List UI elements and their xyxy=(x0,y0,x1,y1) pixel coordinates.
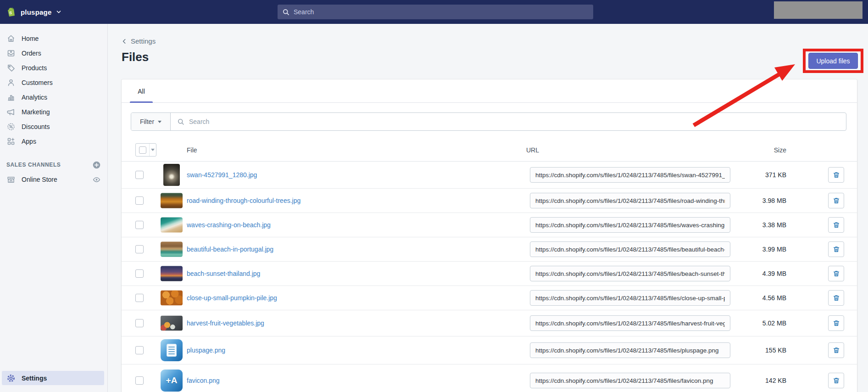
file-link[interactable]: harvest-fruit-vegetables.jpg xyxy=(187,319,264,327)
delete-file-button[interactable] xyxy=(828,167,844,183)
files-search-input[interactable] xyxy=(189,118,840,125)
file-size: 142 KB xyxy=(713,377,786,384)
breadcrumb[interactable]: Settings xyxy=(121,37,156,45)
row-checkbox[interactable] xyxy=(135,245,144,253)
table-row: waves-crashing-on-beach.jpg 3.38 MB xyxy=(122,213,857,237)
tab-all[interactable]: All xyxy=(130,79,153,103)
row-checkbox[interactable] xyxy=(135,196,144,205)
sales-channels-heading: SALES CHANNELS xyxy=(6,162,92,168)
orders-icon xyxy=(6,49,16,58)
sidebar-item-label: Orders xyxy=(22,50,41,57)
gear-icon xyxy=(6,374,16,383)
table-row: swan-4527991_1280.jpg 371 KB xyxy=(122,162,857,189)
delete-file-button[interactable] xyxy=(828,266,844,281)
file-url-input[interactable] xyxy=(530,193,730,208)
file-url-input[interactable] xyxy=(530,342,730,358)
row-checkbox[interactable] xyxy=(135,319,144,327)
file-url-input[interactable] xyxy=(530,315,730,331)
toolbar-search xyxy=(171,113,846,130)
store-switcher[interactable]: S pluspage xyxy=(6,0,62,24)
file-link[interactable]: pluspage.png xyxy=(187,347,225,354)
view-store-eye-button[interactable] xyxy=(92,175,101,184)
trash-icon xyxy=(832,196,840,205)
table-row: +A favicon.png 142 KB xyxy=(122,364,857,392)
file-url-input[interactable] xyxy=(530,290,730,306)
file-url-input[interactable] xyxy=(530,167,730,183)
delete-file-button[interactable] xyxy=(828,193,844,208)
settings-label: Settings xyxy=(22,375,47,382)
online-store-label: Online Store xyxy=(22,176,86,183)
trash-icon xyxy=(832,245,840,253)
delete-file-button[interactable] xyxy=(828,315,844,331)
sidebar-nav: Home Orders Products Customers Analytics… xyxy=(0,24,107,149)
table-header: File URL Size xyxy=(122,131,857,162)
row-checkbox[interactable] xyxy=(135,221,144,229)
file-thumbnail xyxy=(161,266,183,281)
sidebar-item-analytics[interactable]: Analytics xyxy=(0,90,107,105)
file-size: 3.98 MB xyxy=(713,197,786,204)
caret-down-icon xyxy=(158,121,161,123)
apps-icon xyxy=(6,137,16,146)
row-checkbox[interactable] xyxy=(135,376,144,385)
file-thumbnail xyxy=(163,164,180,186)
shopify-logo: S xyxy=(6,6,17,17)
table-row: beautiful-beach-in-portugal.jpg 3.99 MB xyxy=(122,237,857,262)
file-link[interactable]: road-winding-through-colourful-trees.jpg xyxy=(187,197,300,204)
file-size: 3.99 MB xyxy=(713,246,786,253)
storefront-icon xyxy=(6,175,16,184)
row-checkbox[interactable] xyxy=(135,294,144,302)
delete-file-button[interactable] xyxy=(828,290,844,306)
filter-label: Filter xyxy=(140,118,154,125)
row-checkbox[interactable] xyxy=(135,346,144,354)
sidebar-item-home[interactable]: Home xyxy=(0,31,107,46)
table-row: road-winding-through-colourful-trees.jpg… xyxy=(122,189,857,213)
file-thumbnail xyxy=(161,339,183,361)
sidebar-item-settings[interactable]: Settings xyxy=(2,371,104,385)
delete-file-button[interactable] xyxy=(828,373,844,388)
topbar: S pluspage xyxy=(0,0,868,24)
file-thumbnail xyxy=(161,193,183,208)
home-icon xyxy=(6,34,16,43)
file-link[interactable]: waves-crashing-on-beach.jpg xyxy=(187,221,271,229)
file-url-input[interactable] xyxy=(530,373,730,388)
file-link[interactable]: close-up-small-pumpkin-pile.jpg xyxy=(187,294,277,302)
file-url-input[interactable] xyxy=(530,241,730,257)
filter-button[interactable]: Filter xyxy=(131,113,171,130)
file-size: 4.39 MB xyxy=(713,270,786,277)
favicon-glyph: +A xyxy=(166,375,178,386)
delete-file-button[interactable] xyxy=(828,217,844,233)
row-checkbox[interactable] xyxy=(135,269,144,278)
column-header-file: File xyxy=(187,146,197,154)
row-checkbox[interactable] xyxy=(135,171,144,179)
add-sales-channel-button[interactable] xyxy=(92,161,101,169)
trash-icon xyxy=(832,346,840,354)
sidebar-item-online-store[interactable]: Online Store xyxy=(0,172,107,187)
global-search-input[interactable] xyxy=(294,8,589,16)
trash-icon xyxy=(832,221,840,229)
sidebar-item-apps[interactable]: Apps xyxy=(0,134,107,149)
file-link[interactable]: beach-sunset-thailand.jpg xyxy=(187,270,260,277)
file-link[interactable]: swan-4527991_1280.jpg xyxy=(187,171,257,179)
select-menu-caret[interactable] xyxy=(149,144,156,156)
file-url-input[interactable] xyxy=(530,266,730,281)
file-size: 155 KB xyxy=(713,347,786,354)
file-link[interactable]: beautiful-beach-in-portugal.jpg xyxy=(187,246,273,253)
select-all-checkbox[interactable] xyxy=(136,144,149,156)
trash-icon xyxy=(832,319,840,327)
sidebar-item-orders[interactable]: Orders xyxy=(0,46,107,61)
upload-files-button[interactable]: Upload files xyxy=(808,53,858,69)
sidebar-item-marketing[interactable]: Marketing xyxy=(0,105,107,119)
store-name: pluspage xyxy=(21,8,51,16)
sidebar-item-customers[interactable]: Customers xyxy=(0,75,107,90)
delete-file-button[interactable] xyxy=(828,342,844,358)
chevron-down-icon xyxy=(56,9,62,15)
trash-icon xyxy=(832,376,840,385)
file-url-input[interactable] xyxy=(530,217,730,233)
file-link[interactable]: favicon.png xyxy=(187,377,220,384)
sales-channels-section: SALES CHANNELS xyxy=(0,158,107,172)
sidebar-item-discounts[interactable]: Discounts xyxy=(0,119,107,134)
delete-file-button[interactable] xyxy=(828,241,844,257)
column-header-size: Size xyxy=(713,146,786,154)
sidebar-item-label: Discounts xyxy=(22,123,50,130)
sidebar-item-products[interactable]: Products xyxy=(0,61,107,75)
